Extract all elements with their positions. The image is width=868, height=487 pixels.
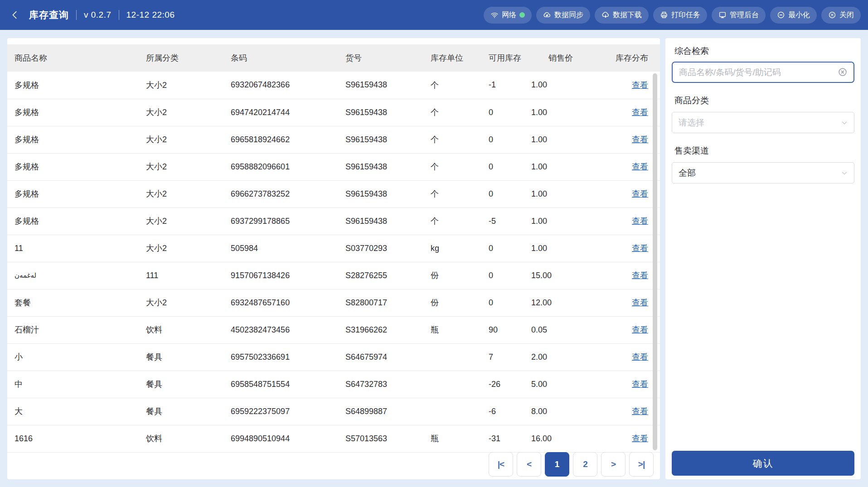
view-stock-link[interactable]: 查看 (632, 135, 648, 144)
admin-panel-button[interactable]: 管理后台 (712, 7, 766, 24)
table-scrollbar[interactable] (653, 73, 657, 450)
page-button-2[interactable]: 2 (573, 452, 597, 477)
cell-product-name: 多规格 (7, 126, 146, 153)
view-stock-link[interactable]: 查看 (632, 434, 648, 443)
divider (76, 10, 77, 20)
table-row: 小餐具6957502336691S6467597472.00查看 (7, 343, 660, 371)
spacer (672, 183, 854, 451)
cell-item-no: S96159438 (345, 153, 431, 180)
cell-category: 大小2 (146, 289, 231, 316)
data-download-button-label: 数据下载 (613, 10, 642, 20)
topbar-actions: 网络数据同步数据下载打印任务管理后台最小化关闭 (484, 7, 861, 24)
view-stock-link[interactable]: 查看 (632, 271, 648, 280)
cell-barcode: 505984 (231, 235, 345, 262)
channel-select[interactable]: 全部 (672, 162, 854, 183)
view-stock-link[interactable]: 查看 (632, 407, 648, 416)
cell-category: 大小2 (146, 153, 231, 180)
cell-barcode: 4502382473456 (231, 316, 345, 343)
cell-stock: 7 (489, 343, 531, 371)
table-row: 多规格大小26937299178865S96159438个-51.00查看 (7, 207, 660, 235)
view-stock-link[interactable]: 查看 (632, 325, 648, 334)
cell-price: 1.00 (531, 99, 585, 126)
cell-unit: 份 (431, 289, 489, 316)
table-row: 11大小2505984S03770293kg01.00查看 (7, 235, 660, 262)
view-stock-link[interactable]: 查看 (632, 162, 648, 171)
cell-barcode: 6958548751554 (231, 371, 345, 398)
close-circle-icon (838, 67, 848, 77)
view-stock-link[interactable]: 查看 (632, 81, 648, 90)
minimize-button[interactable]: 最小化 (770, 7, 817, 24)
cell-category: 大小2 (146, 207, 231, 235)
category-select-value: 请选择 (679, 117, 840, 129)
cell-price: 12.00 (531, 289, 585, 316)
pagination: |< < 1 2 > >| (489, 452, 654, 477)
back-icon (10, 10, 20, 20)
col-header-stock: 可用库存 (489, 44, 531, 72)
cell-category: 饮料 (146, 316, 231, 343)
cell-stock: 90 (489, 316, 531, 343)
cell-item-no: S64732783 (345, 371, 431, 398)
cell-item-no: S57013563 (345, 425, 431, 452)
cell-barcode: 6965818924662 (231, 126, 345, 153)
next-page-button[interactable]: > (601, 452, 626, 477)
view-stock-link[interactable]: 查看 (632, 298, 648, 307)
cell-category: 大小2 (146, 99, 231, 126)
cell-unit: 个 (431, 207, 489, 235)
cell-product-name: 小 (7, 343, 146, 371)
close-button[interactable]: 关闭 (821, 7, 861, 24)
page-button-1[interactable]: 1 (545, 452, 569, 477)
back-button[interactable] (8, 8, 22, 22)
cell-item-no: S96159438 (345, 180, 431, 207)
cell-barcode: 6932067482366 (231, 72, 345, 99)
view-stock-link[interactable]: 查看 (632, 217, 648, 226)
first-page-button[interactable]: |< (489, 452, 513, 477)
search-input[interactable] (679, 68, 834, 77)
cell-barcode: 6994890510944 (231, 425, 345, 452)
view-stock-link[interactable]: 查看 (632, 189, 648, 198)
network-button[interactable]: 网络 (484, 7, 532, 24)
data-download-button[interactable]: 数据下载 (595, 7, 649, 24)
clear-search-button[interactable] (837, 67, 848, 78)
cell-product-name: 多规格 (7, 207, 146, 235)
prev-page-button[interactable]: < (517, 452, 541, 477)
cell-distribution: 查看 (585, 99, 660, 126)
cell-unit: 份 (431, 262, 489, 289)
cell-unit: 个 (431, 153, 489, 180)
cell-stock: -1 (489, 72, 531, 99)
view-stock-link[interactable]: 查看 (632, 108, 648, 117)
cell-price: 8.00 (531, 398, 585, 425)
top-bar: 库存查询 v 0.2.7 12-12 22:06 网络数据同步数据下载打印任务管… (0, 0, 868, 30)
last-page-button[interactable]: >| (629, 452, 654, 477)
cell-unit (431, 371, 489, 398)
inventory-table-card: 商品名称 所属分类 条码 货号 库存单位 可用库存 销售价 库存分布 多规格大小… (7, 38, 660, 479)
table-row: 石榴汁饮料4502382473456S31966262瓶900.05查看 (7, 316, 660, 343)
table-row: 多规格大小26932067482366S96159438个-11.00查看 (7, 72, 660, 99)
cell-stock: -5 (489, 207, 531, 235)
view-stock-link[interactable]: 查看 (632, 380, 648, 389)
cell-distribution: 查看 (585, 126, 660, 153)
col-header-distribution: 库存分布 (585, 44, 660, 72)
data-sync-button[interactable]: 数据同步 (536, 7, 590, 24)
view-stock-link[interactable]: 查看 (632, 244, 648, 253)
cell-unit: 瓶 (431, 425, 489, 452)
cell-category: 餐具 (146, 343, 231, 371)
cell-category: 餐具 (146, 398, 231, 425)
cell-distribution: 查看 (585, 153, 660, 180)
cell-item-no: S03770293 (345, 235, 431, 262)
table-header-row: 商品名称 所属分类 条码 货号 库存单位 可用库存 销售价 库存分布 (7, 44, 660, 72)
cell-stock: 0 (489, 235, 531, 262)
category-select[interactable]: 请选择 (672, 112, 854, 133)
printer-icon (660, 11, 668, 19)
print-jobs-button[interactable]: 打印任务 (653, 7, 707, 24)
category-label: 商品分类 (674, 95, 854, 106)
admin-panel-button-label: 管理后台 (730, 10, 759, 20)
cell-price: 1.00 (531, 72, 585, 99)
table-row: لەغمەن1119157067138426S28276255份015.00查看 (7, 262, 660, 289)
cell-distribution: 查看 (585, 180, 660, 207)
view-stock-link[interactable]: 查看 (632, 352, 648, 362)
cell-product-name: 石榴汁 (7, 316, 146, 343)
cell-item-no: S82800717 (345, 289, 431, 316)
search-label: 综合检索 (674, 45, 854, 57)
confirm-button[interactable]: 确认 (672, 451, 854, 476)
cell-category: 餐具 (146, 371, 231, 398)
